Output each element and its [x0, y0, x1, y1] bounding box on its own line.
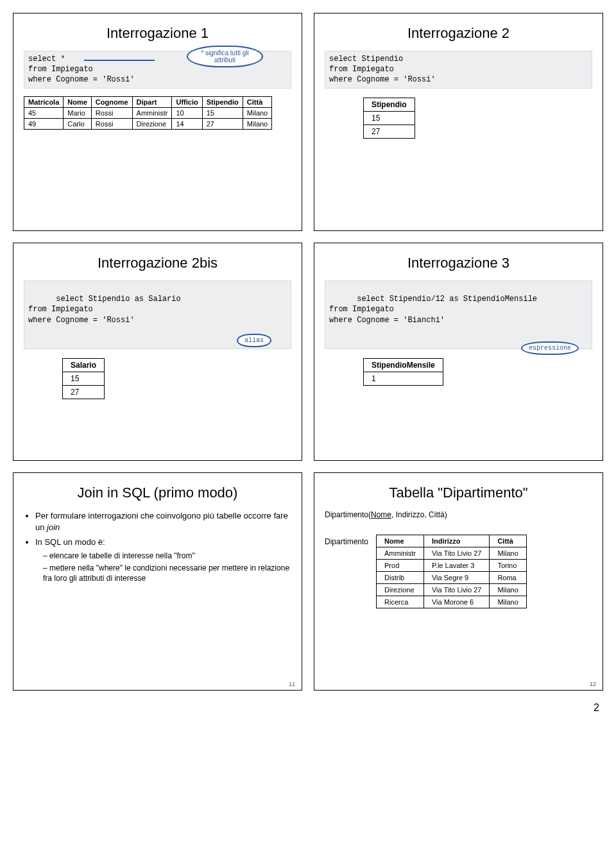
slide-interrogazione-2bis: Interrogazione 2bis select Stipendio as …	[13, 243, 302, 461]
col-header: Nome	[64, 96, 92, 107]
slide-title: Tabella "Dipartimento"	[325, 485, 592, 501]
table-row: 15	[63, 372, 105, 386]
table-row: DistribVia Segre 9Roma	[377, 572, 527, 584]
table-with-label: Dipartimento Nome Indirizzo Città Ammini…	[325, 526, 592, 608]
col-header: Matricola	[24, 96, 64, 107]
slide-interrogazione-3: Interrogazione 3 select Stipendio/12 as …	[314, 243, 603, 461]
slide-number: 11	[289, 681, 295, 687]
slide-interrogazione-2: Interrogazione 2 select Stipendio from I…	[314, 13, 603, 231]
list-item: In SQL un modo è: elencare le tabelle di…	[35, 537, 291, 583]
col-header: Dipart	[132, 96, 172, 107]
table-row: 15	[364, 111, 415, 125]
tag-bubble: alias	[237, 334, 271, 348]
sql-text: select Stipendio/12 as StipendioMensile …	[329, 295, 537, 324]
table-row: DirezioneVia Tito Livio 27Milano	[377, 584, 527, 596]
table-row: 27	[63, 386, 105, 399]
sql-text: select Stipendio as Salario from Impiega…	[28, 295, 181, 324]
slide-join-sql: Join in SQL (primo modo) Per formulare i…	[13, 472, 302, 691]
slide-title: Interrogazione 2	[325, 25, 592, 42]
tag-bubble: espressione	[521, 341, 579, 356]
col-header: Città	[243, 96, 271, 107]
col-header: Cognome	[91, 96, 132, 107]
sql-code: select Stipendio from Impiegato where Co…	[325, 51, 592, 89]
col-header: StipendioMensile	[364, 359, 443, 372]
list-item: elencare le tabelle di interesse nella "…	[43, 551, 291, 561]
table-row: 45MarioRossiAmministr1015Milano	[24, 107, 272, 118]
result-table: Stipendio 15 27	[363, 98, 415, 139]
col-header: Ufficio	[172, 96, 202, 107]
col-header: Salario	[63, 359, 105, 372]
col-header: Stipendio	[202, 96, 243, 107]
page-number: 2	[13, 702, 603, 714]
sql-code: select Stipendio/12 as StipendioMensile …	[325, 280, 592, 349]
list-item: Per formulare interrogazioni che coinvol…	[35, 510, 291, 533]
slide-tabella-dipartimento: Tabella "Dipartimento" Dipartimento(Nome…	[314, 472, 603, 691]
table-row: 27	[364, 125, 415, 138]
col-header: Nome	[377, 535, 424, 547]
slide-title: Join in SQL (primo modo)	[24, 485, 291, 501]
slide-title: Interrogazione 1	[24, 25, 291, 42]
table-row: RicercaVia Morone 6Milano	[377, 596, 527, 608]
bullet-list: Per formulare interrogazioni che coinvol…	[24, 510, 291, 583]
slide-grid: Interrogazione 1 select * from Impiegato…	[13, 13, 603, 691]
table-label: Dipartimento	[325, 526, 368, 546]
list-item: mettere nella "where" le condizioni nece…	[43, 563, 291, 583]
slide-title: Interrogazione 3	[325, 255, 592, 271]
col-header: Città	[490, 535, 526, 547]
table-row: 49CarloRossiDirezione1427Milano	[24, 118, 272, 129]
col-header: Stipendio	[364, 98, 415, 111]
sub-list: elencare le tabelle di interesse nella "…	[35, 551, 291, 584]
connector-line	[84, 60, 155, 61]
slide-number: 12	[590, 681, 596, 687]
note-bubble: * significa tutti gli attributi	[187, 46, 263, 67]
sql-code: select Stipendio as Salario from Impiega…	[24, 280, 291, 349]
table-row: AmministrVia Tito Livio 27Milano	[377, 547, 527, 560]
slide-interrogazione-1: Interrogazione 1 select * from Impiegato…	[13, 13, 302, 231]
col-header: Indirizzo	[424, 535, 489, 547]
table-row: 1	[364, 372, 443, 386]
table-row: ProdP.le Lavater 3Torino	[377, 560, 527, 572]
dipartimento-table: Nome Indirizzo Città AmministrVia Tito L…	[376, 535, 527, 608]
result-table: Salario 15 27	[62, 358, 105, 399]
slide-title: Interrogazione 2bis	[24, 255, 291, 271]
schema-line: Dipartimento(Nome, Indirizzo, Città)	[325, 510, 592, 519]
result-table: StipendioMensile 1	[363, 358, 443, 386]
result-table: Matricola Nome Cognome Dipart Ufficio St…	[24, 96, 272, 130]
